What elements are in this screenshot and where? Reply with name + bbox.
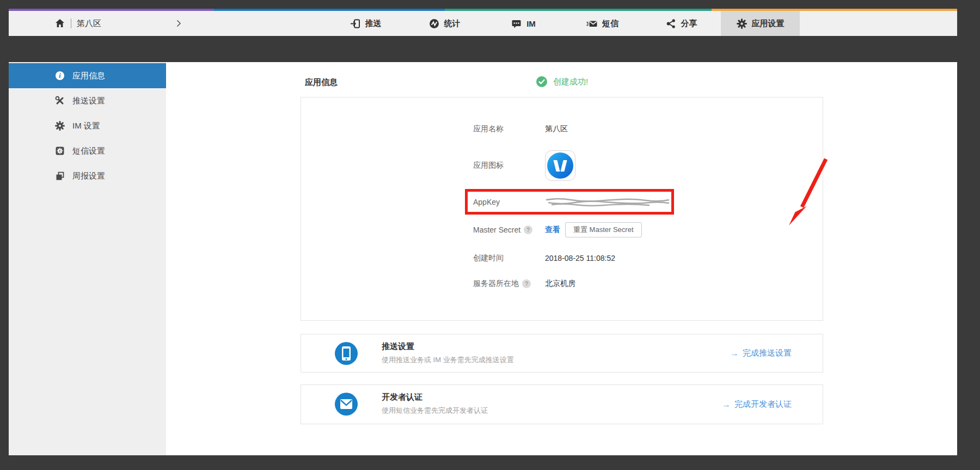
push-setup-card: 推送设置 使用推送业务或 IM 业务需先完成推送设置 → 完成推送设置: [301, 334, 823, 373]
server-location-row: 服务器所在地 ? 北京机房: [473, 276, 575, 291]
tab-sms-label: 短信: [602, 19, 618, 29]
breadcrumb-app-name[interactable]: 第八区: [77, 19, 101, 29]
server-location-label-text: 服务器所在地: [473, 279, 519, 289]
reset-master-secret-button[interactable]: 重置 Master Secret: [565, 222, 642, 237]
complete-push-setup-link[interactable]: → 完成推送设置: [730, 334, 792, 372]
sidebar-item-app-info[interactable]: i 应用信息: [9, 63, 166, 88]
sms-gear-icon: [55, 146, 65, 156]
sidebar-item-label: 周报设置: [72, 171, 105, 181]
created-time-value: 2018-08-25 11:08:52: [545, 254, 615, 263]
tab-app-settings-label: 应用设置: [752, 19, 785, 29]
nav-tabs: 推送 统计 IM 短信: [326, 11, 800, 36]
created-time-label: 创建时间: [473, 253, 545, 263]
sidebar-item-push-settings[interactable]: 推送设置: [9, 88, 166, 113]
tab-app-settings[interactable]: 应用设置: [721, 11, 800, 36]
breadcrumb-chevron-icon[interactable]: [176, 11, 181, 36]
tools-icon: [55, 96, 65, 106]
app-name-row: 应用名称 第八区: [473, 121, 568, 137]
app-console-page: 第八区 推送 统计 IM: [0, 0, 980, 470]
tab-im[interactable]: IM: [484, 11, 563, 36]
tab-push-label: 推送: [365, 19, 382, 29]
breadcrumb: 第八区: [54, 11, 101, 36]
master-secret-row: Master Secret ? 查看: [473, 222, 560, 237]
nav-border-purple: [9, 9, 214, 11]
tab-stats-label: 统计: [444, 19, 461, 29]
sidebar-item-im-settings[interactable]: IM 设置: [9, 113, 166, 138]
mail-icon: [335, 393, 358, 416]
server-location-label: 服务器所在地 ?: [473, 279, 545, 289]
sidebar-item-label: 推送设置: [72, 96, 105, 106]
success-text: 创建成功!: [553, 77, 588, 87]
report-pages-icon: [55, 171, 65, 181]
red-annotation-arrow: [780, 155, 840, 234]
app-info-card: 应用名称 第八区 应用图标 AppKey Maste: [301, 97, 823, 321]
complete-developer-verify-label: 完成开发者认证: [734, 399, 792, 410]
info-icon: i: [55, 71, 65, 81]
main-window: i 应用信息 推送设置 IM 设置 短信设置: [9, 62, 957, 455]
developer-verify-desc: 使用短信业务需先完成开发者认证: [382, 406, 488, 416]
master-secret-label: Master Secret ?: [473, 225, 545, 234]
sidebar-item-label: 应用信息: [72, 71, 105, 81]
appkey-highlight-box: AppKey: [465, 189, 674, 215]
complete-developer-verify-link[interactable]: → 完成开发者认证: [722, 385, 792, 424]
sidebar-item-label: IM 设置: [72, 121, 100, 131]
push-setup-title: 推送设置: [382, 341, 414, 352]
push-icon: [350, 19, 360, 29]
app-name-value: 第八区: [545, 124, 568, 134]
stats-icon: [429, 19, 439, 29]
im-chat-icon: [511, 19, 522, 29]
arrow-right-icon: →: [730, 349, 739, 358]
gear-icon: [55, 121, 65, 131]
app-icon-row: 应用图标: [473, 158, 545, 173]
settings-sidebar: i 应用信息 推送设置 IM 设置 短信设置: [9, 62, 166, 455]
app-logo: [547, 152, 573, 179]
developer-verify-card: 开发者认证 使用短信业务需先完成开发者认证 → 完成开发者认证: [301, 384, 823, 424]
home-icon[interactable]: [54, 18, 65, 29]
sidebar-item-sms-settings[interactable]: 短信设置: [9, 138, 166, 163]
sidebar-item-label: 短信设置: [72, 146, 105, 156]
appkey-value-redacted: [545, 197, 671, 207]
top-navbar: 第八区 推送 统计 IM: [9, 9, 957, 36]
server-location-value: 北京机房: [545, 279, 575, 289]
help-icon[interactable]: ?: [522, 279, 531, 288]
tab-share[interactable]: 分享: [642, 11, 721, 36]
tab-stats[interactable]: 统计: [405, 11, 484, 36]
tab-sms[interactable]: 短信: [563, 11, 642, 36]
complete-push-setup-label: 完成推送设置: [743, 348, 792, 358]
page-title: 应用信息: [305, 77, 338, 88]
appkey-label: AppKey: [473, 198, 545, 206]
gear-icon: [737, 19, 747, 29]
share-icon: [666, 19, 676, 29]
success-badge: 创建成功!: [536, 76, 588, 87]
tab-im-label: IM: [526, 19, 536, 28]
app-name-label: 应用名称: [473, 124, 545, 134]
app-icon-image: [545, 150, 575, 181]
help-icon[interactable]: ?: [524, 225, 532, 234]
master-secret-label-text: Master Secret: [473, 225, 520, 234]
sms-icon: [586, 19, 597, 29]
view-master-secret-link[interactable]: 查看: [545, 225, 560, 235]
breadcrumb-separator: [71, 19, 71, 28]
created-time-row: 创建时间 2018-08-25 11:08:52: [473, 251, 615, 266]
developer-verify-title: 开发者认证: [382, 392, 422, 402]
app-icon-label: 应用图标: [473, 161, 545, 170]
tab-push[interactable]: 推送: [326, 11, 405, 36]
sidebar-item-weekly-report-settings[interactable]: 周报设置: [9, 163, 166, 188]
app-info-content: 应用信息 创建成功! 应用名称 第八区 应用图标: [166, 62, 957, 455]
push-setup-desc: 使用推送业务或 IM 业务需先完成推送设置: [382, 355, 514, 365]
check-circle-icon: [536, 76, 547, 87]
arrow-right-icon: →: [722, 400, 731, 410]
tab-share-label: 分享: [681, 19, 697, 29]
phone-icon: [335, 342, 358, 365]
